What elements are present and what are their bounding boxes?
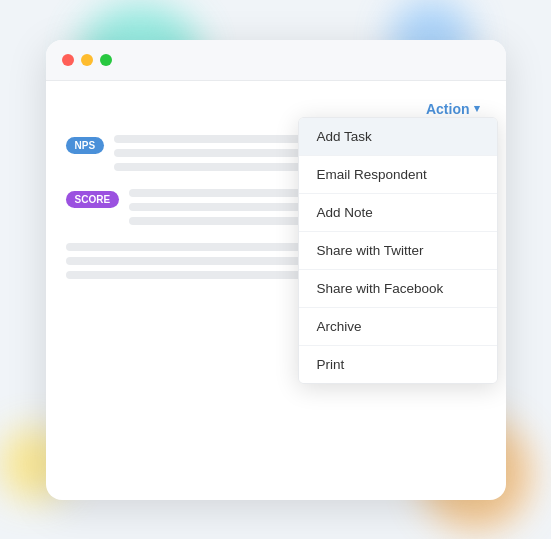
main-card: Action ▾ NPS SCORE [46, 40, 506, 500]
dot-yellow [81, 54, 93, 66]
menu-item-email-respondent[interactable]: Email Respondent [299, 156, 497, 194]
menu-item-share-twitter[interactable]: Share with Twitter [299, 232, 497, 270]
chevron-down-icon: ▾ [474, 102, 480, 115]
skeleton-line [129, 217, 325, 225]
dot-green [100, 54, 112, 66]
dot-red [62, 54, 74, 66]
content-area: Action ▾ NPS SCORE [46, 81, 506, 295]
menu-item-print[interactable]: Print [299, 346, 497, 383]
menu-item-archive[interactable]: Archive [299, 308, 497, 346]
dropdown-menu: Add Task Email Respondent Add Note Share… [298, 117, 498, 384]
nps-badge: NPS [66, 137, 105, 154]
score-badge: SCORE [66, 191, 120, 208]
skeleton-line [114, 149, 318, 157]
menu-item-add-note[interactable]: Add Note [299, 194, 497, 232]
menu-item-add-task[interactable]: Add Task [299, 118, 497, 156]
menu-item-share-facebook[interactable]: Share with Facebook [299, 270, 497, 308]
action-label: Action [426, 101, 470, 117]
title-bar [46, 40, 506, 81]
